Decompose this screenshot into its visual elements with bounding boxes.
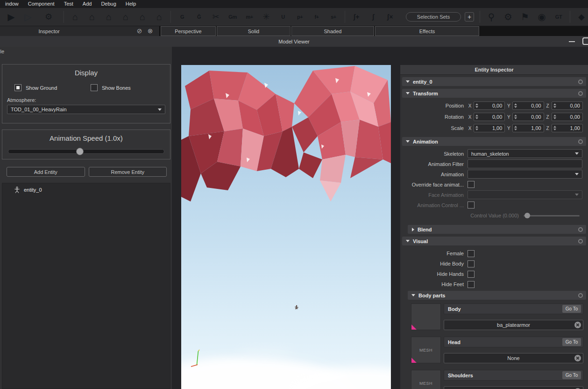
animation-speed-slider[interactable] xyxy=(8,148,164,155)
rotation-z-field[interactable]: 0,00 xyxy=(552,113,583,121)
minimize-button[interactable] xyxy=(569,41,575,42)
cube-gm-icon[interactable]: Gm xyxy=(227,11,238,23)
position-x-field[interactable]: 0,00 xyxy=(474,101,505,110)
head-asset-field[interactable]: None xyxy=(444,353,583,363)
menu-debug[interactable]: Debug xyxy=(96,0,120,7)
scale-y-field[interactable]: 1,00 xyxy=(512,124,544,132)
burst-icon[interactable]: ✳ xyxy=(261,11,272,23)
flag-icon[interactable]: ⚑ xyxy=(519,11,531,23)
visual-header[interactable]: Visual xyxy=(402,237,586,245)
cube-m-plus-icon[interactable]: m+ xyxy=(244,11,255,23)
cut-icon[interactable]: ✂ xyxy=(210,11,221,23)
mesh-normals-icon[interactable]: ⌂ xyxy=(154,11,165,23)
menu-window[interactable]: indow xyxy=(0,0,23,7)
selection-sets-button[interactable]: Selection Sets xyxy=(406,12,461,22)
position-z-field[interactable]: 0,00 xyxy=(552,101,583,110)
animation-header[interactable]: Animation xyxy=(402,137,586,146)
eye-gear-icon[interactable]: ◉ xyxy=(536,11,547,23)
window-corner-button[interactable] xyxy=(582,37,588,45)
hide-icon[interactable]: ⊘ xyxy=(136,28,143,35)
entity-0-header[interactable]: entity_0 xyxy=(402,77,586,86)
play-outline-icon[interactable]: ▷ xyxy=(22,11,34,23)
play-icon[interactable]: ▶ xyxy=(6,11,17,23)
blend-header[interactable]: Blend xyxy=(408,225,586,234)
entity-list-item[interactable]: entity_0 xyxy=(2,185,170,194)
clear-icon[interactable] xyxy=(574,355,581,361)
add-entity-button[interactable]: Add Entity xyxy=(7,167,85,177)
menu-help[interactable]: Help xyxy=(121,0,141,7)
tab-solid[interactable]: Solid xyxy=(217,26,290,36)
tab-effects[interactable]: Effects xyxy=(375,26,479,36)
cube-check-icon[interactable]: Ĝ xyxy=(193,11,205,23)
slider-handle[interactable] xyxy=(76,148,84,155)
animation-control-checkbox[interactable] xyxy=(468,202,475,209)
menu-test[interactable]: Test xyxy=(59,0,78,7)
tab-shaded[interactable]: Shaded xyxy=(291,26,374,36)
position-y-field[interactable]: 0,00 xyxy=(512,101,544,110)
goto-button[interactable]: Go To xyxy=(562,338,581,346)
add-selection-set-button[interactable]: + xyxy=(465,12,474,22)
scale-x-field[interactable]: 1,00 xyxy=(474,124,505,132)
gear-asset-icon[interactable]: ⚙ xyxy=(503,11,514,23)
gt-icon[interactable]: GT xyxy=(553,11,564,23)
remove-entity-button[interactable]: Remove Entity xyxy=(89,167,167,177)
build-gear-icon[interactable]: ⚙ xyxy=(43,11,54,23)
cube-icon[interactable]: ◆ xyxy=(576,11,587,23)
body-thumbnail[interactable] xyxy=(411,303,441,330)
search-asset-icon[interactable]: ⚲ xyxy=(486,11,497,23)
hide-body-checkbox[interactable] xyxy=(468,260,475,267)
mesh-edit-icon[interactable]: ⌂ xyxy=(103,11,114,23)
cube-s-plus-icon[interactable]: s+ xyxy=(328,11,339,23)
override-face-checkbox[interactable] xyxy=(468,181,475,188)
show-ground-row[interactable]: Show Ground xyxy=(14,84,91,91)
shoulders-thumbnail[interactable]: MESH xyxy=(411,370,441,389)
close-circle-icon[interactable]: ⊗ xyxy=(147,28,154,35)
cube-grab-icon[interactable]: G xyxy=(177,11,188,23)
clear-icon[interactable] xyxy=(574,322,581,328)
hide-feet-checkbox[interactable] xyxy=(468,281,475,288)
skeleton-select[interactable]: human_skeleton xyxy=(468,149,582,158)
section-ring-icon[interactable] xyxy=(578,79,583,84)
hook-remove-icon[interactable]: ʃ× xyxy=(384,11,396,23)
mesh-open-icon[interactable]: ⌂ xyxy=(86,11,98,23)
show-bones-row[interactable]: Show Bones xyxy=(91,84,167,91)
hook-icon[interactable]: ʃ xyxy=(368,11,379,23)
viewport-3d-canvas[interactable] xyxy=(181,65,391,389)
show-ground-checkbox[interactable] xyxy=(14,84,21,91)
mesh-paint-icon[interactable]: ⌂ xyxy=(137,11,148,23)
rotation-y-field[interactable]: 0,00 xyxy=(512,113,544,121)
section-ring-icon[interactable] xyxy=(578,139,583,144)
section-ring-icon[interactable] xyxy=(578,293,583,298)
entity-list[interactable]: entity_0 xyxy=(2,183,170,389)
rotation-x-field[interactable]: 0,00 xyxy=(474,113,505,121)
shoulders-asset-field[interactable]: None xyxy=(444,386,583,389)
tab-inspector[interactable]: Inspector ⊘ ⊗ xyxy=(0,26,160,36)
animation-row: Animation xyxy=(402,169,586,179)
menu-add[interactable]: Add xyxy=(78,0,97,7)
body-asset-field[interactable]: ba_platearmor xyxy=(444,320,583,330)
cube-p-plus-icon[interactable]: p+ xyxy=(294,11,305,23)
goto-button[interactable]: Go To xyxy=(562,371,581,379)
goto-button[interactable]: Go To xyxy=(562,305,581,313)
animation-select[interactable] xyxy=(468,170,582,179)
animation-filter-input[interactable] xyxy=(468,159,582,168)
cube-f-icon[interactable]: f+ xyxy=(311,11,322,23)
section-ring-icon[interactable] xyxy=(578,239,583,244)
mesh-icon[interactable]: ⌂ xyxy=(70,11,81,23)
body-parts-header[interactable]: Body parts xyxy=(408,291,586,300)
tab-perspective[interactable]: Perspective xyxy=(161,26,216,36)
transform-header[interactable]: Transform xyxy=(402,89,586,98)
show-bones-checkbox[interactable] xyxy=(91,84,98,91)
cube-magnet-icon[interactable]: U xyxy=(277,11,289,23)
section-ring-icon[interactable] xyxy=(578,227,583,232)
mesh-feather-icon[interactable]: ⌂ xyxy=(120,11,131,23)
menu-component[interactable]: Component xyxy=(23,0,59,7)
hook-add-icon[interactable]: ʃ+ xyxy=(351,11,362,23)
female-checkbox[interactable] xyxy=(468,250,475,257)
atmosphere-select[interactable]: TOD_01_00_HeavyRain xyxy=(7,105,165,114)
head-thumbnail[interactable]: MESH xyxy=(411,337,441,363)
section-ring-icon[interactable] xyxy=(578,91,583,96)
hide-hands-checkbox[interactable] xyxy=(468,271,475,278)
scale-z-field[interactable]: 1,00 xyxy=(552,124,583,132)
slider-track[interactable] xyxy=(8,149,164,154)
